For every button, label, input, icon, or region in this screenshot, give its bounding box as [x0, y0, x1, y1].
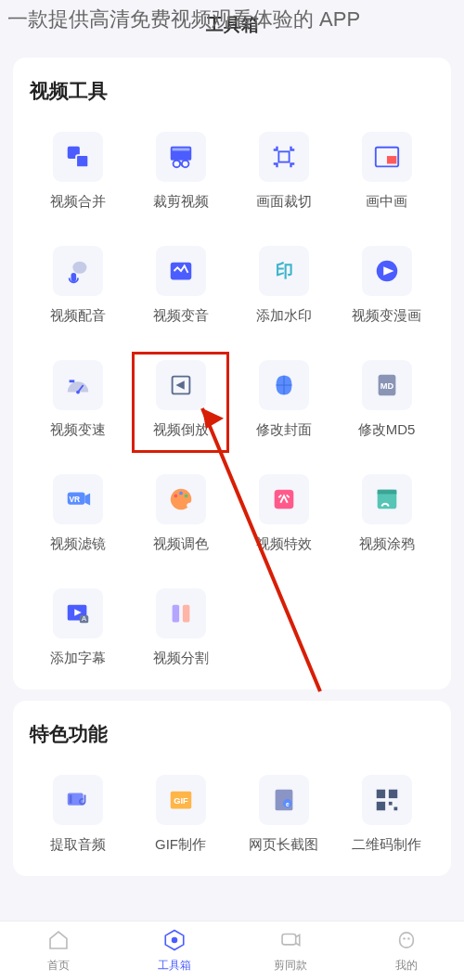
nav-tools[interactable]: 工具箱: [116, 922, 232, 980]
tool-reverse[interactable]: 视频倒放: [133, 353, 228, 452]
nav-same-icon: [278, 928, 303, 956]
md5-icon: MD: [362, 360, 412, 410]
tool-label: 视频配音: [50, 307, 106, 325]
extract-audio-icon: [53, 775, 103, 825]
svg-point-27: [184, 494, 187, 497]
tool-color[interactable]: 视频调色: [133, 467, 228, 566]
frame-crop-icon: [259, 132, 309, 182]
tool-label: 视频调色: [153, 535, 209, 553]
video-tools-title: 视频工具: [30, 78, 434, 104]
tool-filter[interactable]: VR 视频滤镜: [30, 467, 125, 566]
video-merge-icon: [53, 132, 103, 182]
tool-frame-crop[interactable]: 画面裁切: [236, 124, 331, 224]
reverse-icon: [156, 360, 206, 410]
tool-label: GIF制作: [155, 836, 206, 854]
tool-label: 画中画: [366, 193, 407, 211]
tool-video-crop[interactable]: 裁剪视频: [133, 124, 228, 224]
speed-icon: [53, 360, 103, 410]
svg-rect-7: [278, 151, 289, 161]
nav-same[interactable]: 剪同款: [232, 922, 348, 980]
tool-extract-audio[interactable]: 提取音频: [30, 767, 125, 867]
svg-rect-48: [393, 807, 397, 811]
app-header: 一款提供高清免费视频观看体验的 APP 工具箱: [0, 0, 464, 46]
svg-text:A: A: [82, 614, 86, 623]
tool-label: 裁剪视频: [153, 193, 209, 211]
doodle-icon: [362, 474, 412, 524]
filter-icon: VR: [53, 474, 103, 524]
split-icon: [156, 588, 206, 638]
subtitle-icon: A: [53, 588, 103, 638]
nav-mine[interactable]: 我的: [348, 922, 464, 980]
tool-speed[interactable]: 视频变速: [30, 353, 125, 452]
svg-text:VR: VR: [69, 495, 80, 504]
svg-rect-54: [399, 933, 413, 948]
tool-label: 视频变速: [50, 421, 106, 439]
tool-web-shot[interactable]: e 网页长截图: [236, 767, 331, 867]
tool-label: 网页长截图: [249, 836, 318, 854]
tool-cover[interactable]: 修改封面: [236, 353, 331, 452]
svg-text:e: e: [285, 801, 289, 807]
svg-point-10: [72, 262, 86, 274]
tool-label: 视频特效: [256, 535, 312, 553]
svg-rect-46: [376, 802, 384, 810]
watermark-icon: 印: [259, 246, 309, 296]
tool-label: 修改MD5: [358, 421, 416, 439]
svg-rect-28: [274, 490, 293, 509]
svg-rect-30: [377, 490, 396, 495]
svg-rect-3: [172, 148, 189, 151]
nav-label: 工具箱: [158, 958, 191, 974]
tool-effects[interactable]: 视频特效: [236, 467, 331, 566]
svg-rect-47: [388, 802, 392, 806]
svg-rect-45: [388, 790, 396, 798]
tool-pip[interactable]: 画中画: [339, 124, 434, 224]
gif-icon: GIF: [156, 775, 206, 825]
svg-text:MD: MD: [380, 381, 393, 391]
cover-icon: [259, 360, 309, 410]
header-overlay-text: 一款提供高清免费视频观看体验的 APP: [0, 0, 464, 39]
effects-icon: [259, 474, 309, 524]
to-comic-icon: [362, 246, 412, 296]
tool-md5[interactable]: MD 修改MD5: [339, 353, 434, 452]
tool-label: 视频滤镜: [50, 535, 106, 553]
tool-watermark[interactable]: 印 添加水印: [236, 239, 331, 338]
svg-rect-53: [282, 935, 296, 945]
svg-rect-9: [387, 156, 396, 163]
nav-label: 首页: [47, 958, 70, 974]
special-features-card: 特色功能 提取音频 GIF GIF制作 e 网页长截图 二维码制作: [13, 701, 451, 876]
tool-subtitle[interactable]: A 添加字幕: [30, 581, 125, 680]
tool-label: 视频分割: [153, 650, 209, 667]
tool-doodle[interactable]: 视频涂鸦: [339, 467, 434, 566]
nav-label: 剪同款: [274, 958, 307, 974]
video-crop-icon: [156, 132, 206, 182]
svg-point-55: [403, 937, 405, 939]
svg-marker-20: [175, 380, 184, 389]
nav-home[interactable]: 首页: [0, 922, 116, 980]
tool-dubbing[interactable]: 视频配音: [30, 239, 125, 338]
color-icon: [156, 474, 206, 524]
svg-text:GIF: GIF: [174, 796, 188, 806]
tool-label: 视频涂鸦: [359, 535, 415, 553]
tool-label: 视频倒放: [153, 421, 209, 439]
tool-label: 修改封面: [256, 421, 312, 439]
svg-rect-38: [69, 794, 71, 803]
tool-qr[interactable]: 二维码制作: [339, 767, 434, 867]
special-features-title: 特色功能: [30, 721, 434, 747]
tool-label: 提取音频: [50, 836, 106, 854]
tool-label: 视频合并: [50, 193, 106, 211]
tool-split[interactable]: 视频分割: [133, 581, 228, 680]
svg-rect-44: [376, 790, 384, 798]
tool-to-comic[interactable]: 视频变漫画: [339, 239, 434, 338]
tool-label: 视频变音: [153, 307, 209, 325]
svg-point-25: [174, 494, 177, 497]
tool-video-merge[interactable]: 视频合并: [30, 124, 125, 224]
tool-voice-change[interactable]: 视频变音: [133, 239, 228, 338]
web-shot-icon: e: [259, 775, 309, 825]
video-tools-card: 视频工具 视频合并 裁剪视频 画面裁切 画中画 视频配音 视频变音 印 添加水印…: [13, 58, 451, 690]
tool-label: 画面裁切: [256, 193, 312, 211]
svg-point-52: [171, 937, 177, 944]
tool-label: 二维码制作: [352, 836, 421, 854]
tool-gif[interactable]: GIF GIF制作: [133, 767, 228, 867]
pip-icon: [362, 132, 412, 182]
svg-rect-11: [71, 273, 76, 281]
nav-home-icon: [46, 928, 71, 956]
